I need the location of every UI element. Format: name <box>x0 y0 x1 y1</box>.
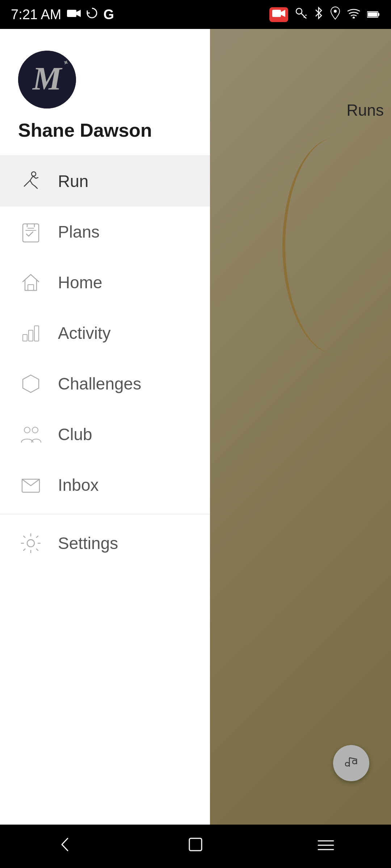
svg-rect-0 <box>67 10 76 17</box>
inbox-icon <box>18 472 43 498</box>
svg-rect-18 <box>29 330 33 341</box>
runs-label: Runs <box>346 101 384 119</box>
club-icon <box>18 422 43 447</box>
location-icon <box>330 6 340 23</box>
nav-item-settings-label: Settings <box>58 533 118 553</box>
run-icon <box>18 169 43 194</box>
nav-item-activity[interactable]: Activity <box>0 308 210 358</box>
svg-text:M: M <box>32 61 63 97</box>
map-curve <box>282 137 391 354</box>
profile-section: M ✦ Shane Dawson <box>0 29 210 156</box>
home-icon <box>18 270 43 295</box>
status-bar-left: 7:21 AM G <box>11 7 114 22</box>
google-icon: G <box>103 7 114 22</box>
menu-button[interactable] <box>302 829 349 864</box>
nav-item-run-label: Run <box>58 171 88 191</box>
nav-list: Run Plans <box>0 156 210 868</box>
nav-item-club-label: Club <box>58 425 92 444</box>
status-time: 7:21 AM <box>11 7 61 22</box>
svg-rect-24 <box>189 838 202 851</box>
svg-rect-16 <box>28 285 34 290</box>
drawer: M ✦ Shane Dawson Run <box>0 29 210 868</box>
status-bar: 7:21 AM G <box>0 0 391 29</box>
svg-point-21 <box>32 427 38 433</box>
svg-point-7 <box>353 17 355 18</box>
bottom-nav <box>0 825 391 868</box>
map-background: Runs <box>196 29 391 868</box>
svg-point-14 <box>31 172 36 176</box>
svg-rect-1 <box>272 10 281 17</box>
svg-rect-10 <box>378 13 379 16</box>
nav-item-club[interactable]: Club <box>0 409 210 460</box>
profile-name: Shane Dawson <box>18 119 152 141</box>
svg-rect-17 <box>23 335 27 341</box>
nav-item-home-label: Home <box>58 273 102 292</box>
svg-rect-15 <box>23 224 39 242</box>
nav-item-home[interactable]: Home <box>0 257 210 308</box>
nav-item-activity-label: Activity <box>58 323 111 343</box>
music-button[interactable] <box>333 745 369 781</box>
svg-rect-19 <box>34 326 39 341</box>
nav-item-inbox-label: Inbox <box>58 475 99 495</box>
nav-item-run[interactable]: Run <box>0 156 210 207</box>
nav-item-plans[interactable]: Plans <box>0 207 210 257</box>
nav-item-settings[interactable]: Settings <box>0 518 210 569</box>
battery-icon <box>367 8 380 21</box>
nav-item-plans-label: Plans <box>58 222 100 242</box>
svg-point-23 <box>27 540 34 547</box>
svg-point-2 <box>296 8 302 14</box>
plans-icon <box>18 219 43 244</box>
home-button[interactable] <box>172 828 219 865</box>
svg-point-6 <box>334 10 337 13</box>
activity-icon <box>18 320 43 346</box>
nav-item-challenges[interactable]: Challenges <box>0 358 210 409</box>
challenges-icon <box>18 371 43 396</box>
svg-rect-9 <box>368 12 377 17</box>
status-icons-left: G <box>67 7 114 22</box>
nav-divider <box>0 514 210 514</box>
status-bar-right <box>269 6 380 23</box>
camera-record-icon <box>269 7 288 22</box>
nav-item-inbox[interactable]: Inbox <box>0 460 210 510</box>
nav-item-challenges-label: Challenges <box>58 374 141 393</box>
settings-icon <box>18 531 43 556</box>
bluetooth-icon <box>314 6 324 23</box>
svg-point-20 <box>24 427 30 433</box>
avatar[interactable]: M ✦ <box>18 51 76 109</box>
key-icon <box>295 7 307 22</box>
back-button[interactable] <box>42 828 89 865</box>
wifi-icon <box>347 8 361 21</box>
video-icon <box>67 8 81 21</box>
refresh-icon <box>86 7 98 22</box>
